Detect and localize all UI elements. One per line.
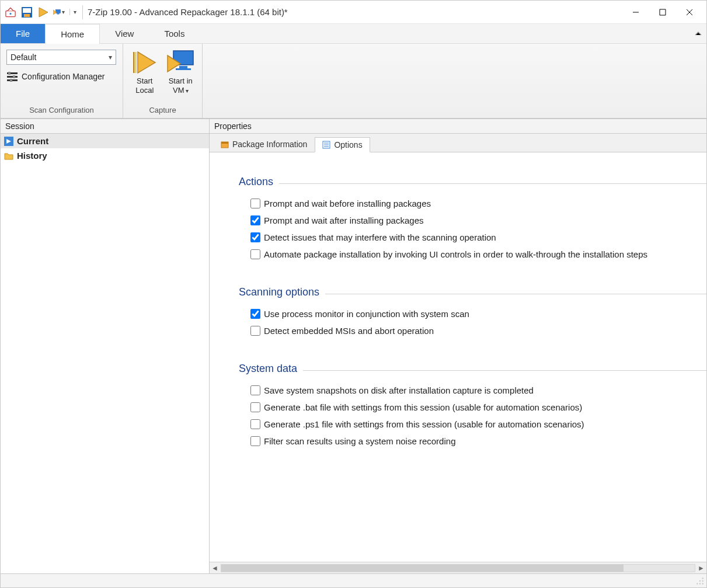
checkbox-generate-ps1[interactable] bbox=[250, 419, 260, 429]
checkbox-embedded-msi[interactable] bbox=[250, 326, 260, 336]
ribbon: Default ▾ Configuration Manager Scan Con… bbox=[1, 44, 706, 119]
checkbox-label: Save system snapshots on disk after inst… bbox=[264, 385, 534, 395]
close-button[interactable] bbox=[676, 1, 703, 24]
tab-view[interactable]: View bbox=[100, 24, 149, 43]
svg-rect-23 bbox=[179, 66, 187, 68]
checkbox-label: Automate package installation by invokin… bbox=[264, 249, 647, 259]
tab-label: Options bbox=[334, 140, 362, 149]
session-item-label: History bbox=[17, 151, 47, 161]
save-icon[interactable] bbox=[20, 6, 33, 19]
checkbox-detect-issues[interactable] bbox=[250, 232, 260, 242]
session-item-history[interactable]: History bbox=[1, 148, 209, 163]
configuration-manager-label: Configuration Manager bbox=[22, 72, 105, 81]
session-list: Current History bbox=[1, 134, 209, 573]
svg-rect-3 bbox=[23, 8, 31, 13]
tab-package-information[interactable]: Package Information bbox=[213, 137, 315, 152]
collapse-ribbon-icon[interactable] bbox=[690, 24, 706, 43]
checkbox-label: Generate .ps1 file with settings from th… bbox=[264, 419, 584, 429]
tab-file[interactable]: File bbox=[1, 24, 45, 43]
arrow-right-icon bbox=[4, 137, 13, 146]
folder-icon bbox=[4, 151, 13, 161]
minimize-button[interactable] bbox=[622, 1, 649, 24]
checkbox-label: Prompt and wait after installing package… bbox=[264, 215, 423, 225]
window-title: 7-Zip 19.00 - Advanced Repackager 18.1.1… bbox=[88, 7, 622, 17]
options-form: Actions Prompt and wait before installin… bbox=[210, 152, 706, 562]
horizontal-scrollbar[interactable]: ◄ ► bbox=[210, 562, 706, 573]
ribbon-tabs: File Home View Tools bbox=[1, 24, 706, 44]
svg-point-38 bbox=[696, 583, 698, 584]
chevron-down-icon: ▾ bbox=[186, 88, 189, 94]
configuration-combo-value: Default bbox=[11, 53, 36, 62]
tab-label: Package Information bbox=[232, 140, 307, 149]
section-scanning-options: Scanning options Use process monitor in … bbox=[239, 286, 706, 339]
tab-tools[interactable]: Tools bbox=[149, 24, 200, 43]
session-item-current[interactable]: Current bbox=[1, 134, 209, 148]
checkbox-label: Use process monitor in conjunction with … bbox=[264, 309, 469, 319]
checkbox-prompt-after[interactable] bbox=[250, 215, 260, 225]
scroll-left-icon[interactable]: ◄ bbox=[210, 564, 220, 572]
tab-home[interactable]: Home bbox=[45, 24, 100, 44]
checkbox-process-monitor[interactable] bbox=[250, 309, 260, 319]
scroll-right-icon[interactable]: ► bbox=[696, 564, 706, 572]
svg-rect-24 bbox=[176, 68, 191, 70]
titlebar: ▾ ▾ 7-Zip 19.00 - Advanced Repackager 18… bbox=[1, 1, 706, 24]
session-item-label: Current bbox=[17, 136, 48, 146]
checkbox-generate-bat[interactable] bbox=[250, 402, 260, 412]
ribbon-group-scan-configuration: Default ▾ Configuration Manager Scan Con… bbox=[1, 44, 123, 118]
svg-point-37 bbox=[699, 583, 701, 584]
start-local-button[interactable]: StartLocal bbox=[129, 48, 161, 95]
section-system-data: System data Save system snapshots on dis… bbox=[239, 363, 706, 450]
package-icon bbox=[221, 140, 229, 148]
checkbox-label: Generate .bat file with settings from th… bbox=[264, 402, 582, 412]
svg-point-36 bbox=[699, 580, 701, 581]
chevron-down-icon: ▾ bbox=[109, 53, 112, 61]
config-manager-icon bbox=[6, 71, 18, 82]
svg-rect-4 bbox=[24, 14, 30, 17]
svg-rect-10 bbox=[660, 9, 666, 15]
checkbox-label: Filter scan results using a system noise… bbox=[264, 436, 455, 446]
checkbox-label: Prompt and wait before installing packag… bbox=[264, 199, 431, 208]
svg-rect-20 bbox=[134, 52, 137, 73]
ribbon-group-capture: StartLocal Start inVM▾ Capture bbox=[123, 44, 203, 118]
checkbox-prompt-before[interactable] bbox=[250, 199, 260, 208]
svg-marker-5 bbox=[39, 8, 48, 17]
section-title: Actions bbox=[239, 176, 273, 188]
properties-tabs: Package Information Options bbox=[210, 134, 706, 152]
chevron-down-icon[interactable]: ▾ bbox=[61, 9, 66, 15]
svg-rect-28 bbox=[221, 142, 228, 144]
svg-rect-6 bbox=[56, 9, 61, 13]
properties-header: Properties bbox=[210, 119, 706, 134]
checkbox-automate-install[interactable] bbox=[250, 249, 260, 259]
app-icon bbox=[4, 6, 17, 19]
qat-customize-icon[interactable]: ▾ bbox=[69, 9, 78, 15]
section-title: Scanning options bbox=[239, 286, 319, 298]
play-icon bbox=[131, 48, 159, 76]
ribbon-group-capture-title: Capture bbox=[129, 105, 196, 117]
svg-rect-7 bbox=[57, 13, 60, 15]
svg-rect-14 bbox=[7, 76, 18, 78]
svg-rect-16 bbox=[8, 72, 11, 75]
svg-point-34 bbox=[702, 580, 703, 581]
svg-point-33 bbox=[702, 577, 703, 579]
maximize-button[interactable] bbox=[649, 1, 676, 24]
start-in-vm-button[interactable]: Start inVM▾ bbox=[165, 48, 197, 95]
svg-point-35 bbox=[702, 583, 703, 584]
properties-panel: Properties Package Information Options A… bbox=[210, 119, 706, 573]
statusbar bbox=[1, 573, 706, 587]
session-panel: Session Current History bbox=[1, 119, 210, 573]
checkbox-filter-noise[interactable] bbox=[250, 436, 260, 446]
session-header: Session bbox=[1, 119, 209, 134]
configuration-manager-button[interactable]: Configuration Manager bbox=[6, 71, 117, 82]
svg-point-1 bbox=[9, 12, 11, 14]
ribbon-group-scan-title: Scan Configuration bbox=[6, 105, 117, 117]
options-icon bbox=[322, 141, 330, 149]
play-icon[interactable] bbox=[37, 6, 50, 19]
svg-marker-21 bbox=[138, 52, 155, 73]
resize-grip-icon[interactable] bbox=[696, 577, 704, 585]
checkbox-label: Detect issues that may interfere with th… bbox=[264, 232, 496, 242]
play-in-vm-icon[interactable]: ▾ bbox=[53, 6, 66, 19]
checkbox-save-snapshots[interactable] bbox=[250, 385, 260, 395]
tab-options[interactable]: Options bbox=[315, 137, 370, 152]
play-in-vm-icon bbox=[166, 48, 194, 76]
configuration-combo[interactable]: Default ▾ bbox=[6, 50, 116, 65]
